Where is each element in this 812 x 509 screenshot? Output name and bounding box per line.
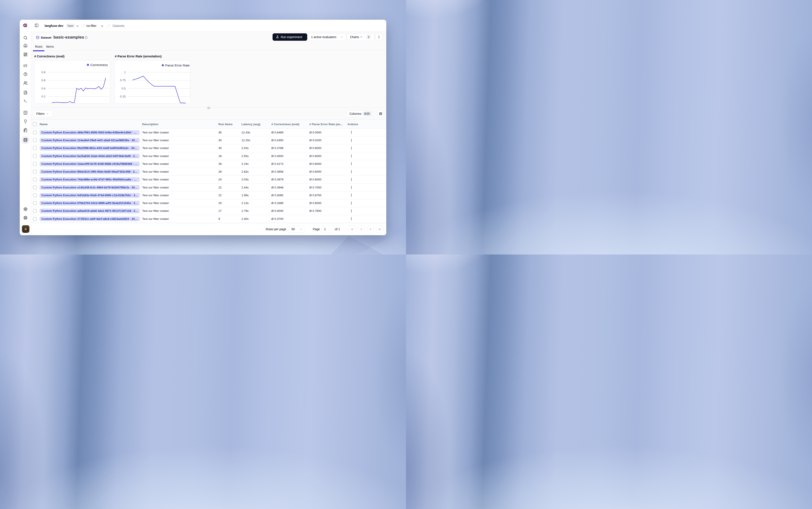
svg-text:0.6: 0.6 bbox=[41, 79, 45, 82]
svg-text:1: 1 bbox=[124, 71, 126, 74]
svg-text:0.8: 0.8 bbox=[41, 71, 45, 74]
svg-text:0.25: 0.25 bbox=[120, 95, 126, 98]
svg-text:0.4: 0.4 bbox=[41, 87, 45, 90]
svg-text:0.5: 0.5 bbox=[122, 87, 126, 90]
svg-text:Correctness: Correctness bbox=[90, 63, 108, 67]
svg-text:0.75: 0.75 bbox=[120, 79, 126, 82]
svg-text:Parse Error Rate: Parse Error Rate bbox=[165, 64, 190, 67]
svg-text:0.2: 0.2 bbox=[41, 95, 45, 98]
